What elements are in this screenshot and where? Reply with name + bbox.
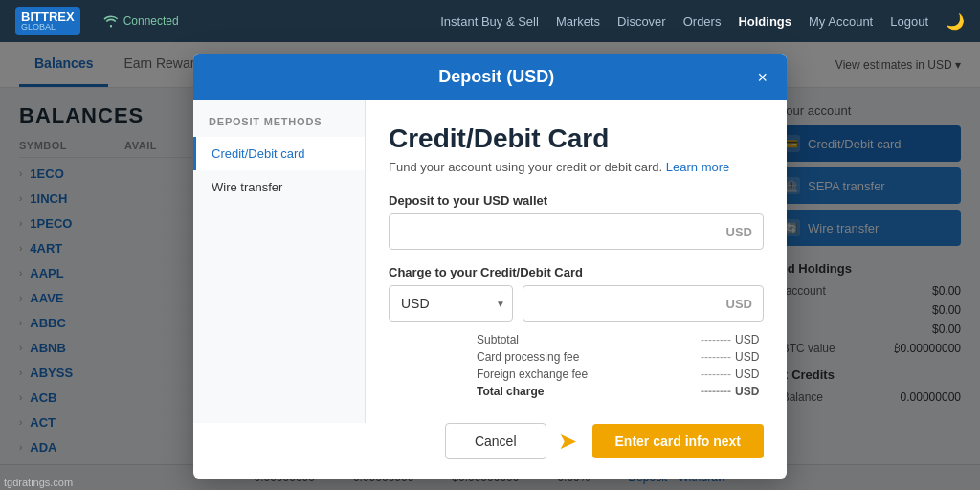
- modal-title: Deposit (USD): [235, 67, 757, 87]
- fee-subtotal-dashes: --------: [519, 333, 731, 346]
- enter-card-info-button[interactable]: Enter card info next: [592, 424, 764, 458]
- charge-input-wrap: USD: [523, 285, 764, 322]
- modal-main-title: Credit/Debit Card: [389, 123, 764, 154]
- modal-close-button[interactable]: ×: [757, 69, 768, 86]
- nav-instant-buy[interactable]: Instant Buy & Sell: [440, 14, 539, 29]
- next-button-label: Enter card info next: [615, 434, 741, 449]
- wifi-icon: [103, 13, 119, 29]
- watermark: tgdratings.com: [4, 477, 73, 488]
- charge-label: Charge to your Credit/Debit Card: [389, 265, 764, 279]
- fee-fx-dashes: --------: [588, 368, 731, 381]
- charge-row: USD EUR GBP ▼ USD: [389, 285, 764, 322]
- fee-processing-label: Card processing fee: [477, 350, 579, 364]
- nav-my-account[interactable]: My Account: [809, 14, 873, 29]
- fee-total-currency: USD: [735, 385, 764, 398]
- sidebar-item-credit-card[interactable]: Credit/Debit card: [193, 137, 365, 170]
- fee-processing: Card processing fee -------- USD: [477, 348, 764, 366]
- modal-subtitle: Fund your account using your credit or d…: [389, 160, 764, 174]
- fee-fx-label: Foreign exchange fee: [477, 368, 588, 381]
- fee-subtotal-currency: USD: [735, 333, 764, 346]
- fee-processing-dashes: --------: [579, 350, 731, 364]
- fee-fx: Foreign exchange fee -------- USD: [477, 366, 764, 383]
- arrow-indicator-icon: ➤: [558, 428, 577, 455]
- deposit-modal: Deposit (USD) × DEPOSIT METHODS Credit/D…: [193, 54, 787, 479]
- connected-label: Connected: [123, 14, 179, 28]
- fee-subtotal-label: Subtotal: [477, 333, 519, 346]
- fee-total-dashes: --------: [544, 385, 731, 398]
- deposit-methods-label: DEPOSIT METHODS: [193, 116, 365, 137]
- currency-select-wrap: USD EUR GBP ▼: [389, 285, 513, 322]
- charge-suffix: USD: [726, 297, 752, 311]
- logo: BITTREX GLOBAL: [15, 7, 80, 35]
- modal-main-area: Credit/Debit Card Fund your account usin…: [366, 100, 787, 423]
- deposit-input-wrap: USD: [389, 213, 764, 250]
- logo-sub: GLOBAL: [21, 23, 75, 32]
- nav-holdings[interactable]: Holdings: [738, 14, 791, 29]
- fee-subtotal: Subtotal -------- USD: [477, 331, 764, 348]
- nav-orders[interactable]: Orders: [683, 14, 722, 29]
- fee-total: Total charge -------- USD: [477, 383, 764, 400]
- dark-mode-toggle[interactable]: 🌙: [946, 12, 965, 31]
- connection-status: Connected: [103, 13, 179, 29]
- modal-body: DEPOSIT METHODS Credit/Debit card Wire t…: [193, 100, 787, 423]
- page-content: Balances Earn Rewards D View estimates i…: [0, 42, 980, 490]
- modal-header: Deposit (USD) ×: [193, 54, 787, 100]
- nav-markets[interactable]: Markets: [556, 14, 600, 29]
- fee-fx-currency: USD: [735, 368, 764, 381]
- nav-discover[interactable]: Discover: [617, 14, 666, 29]
- currency-select[interactable]: USD EUR GBP: [389, 285, 513, 322]
- deposit-label: Deposit to your USD wallet: [389, 193, 764, 208]
- fee-processing-currency: USD: [735, 350, 764, 364]
- fee-table: Subtotal -------- USD Card processing fe…: [477, 331, 764, 400]
- modal-footer: Cancel ➤ Enter card info next: [193, 423, 787, 479]
- modal-overlay: Deposit (USD) × DEPOSIT METHODS Credit/D…: [0, 42, 980, 490]
- learn-more-link[interactable]: Learn more: [666, 160, 729, 174]
- deposit-amount-input[interactable]: [389, 213, 764, 250]
- cancel-button[interactable]: Cancel: [445, 423, 546, 459]
- sidebar-item-wire-transfer[interactable]: Wire transfer: [193, 170, 365, 204]
- fee-total-label: Total charge: [477, 385, 544, 398]
- top-navbar: BITTREX GLOBAL Connected Instant Buy & S…: [0, 0, 980, 42]
- deposit-suffix: USD: [726, 225, 752, 239]
- nav-logout[interactable]: Logout: [890, 14, 928, 29]
- nav-links: Instant Buy & Sell Markets Discover Orde…: [440, 12, 965, 31]
- modal-sidebar: DEPOSIT METHODS Credit/Debit card Wire t…: [193, 100, 366, 423]
